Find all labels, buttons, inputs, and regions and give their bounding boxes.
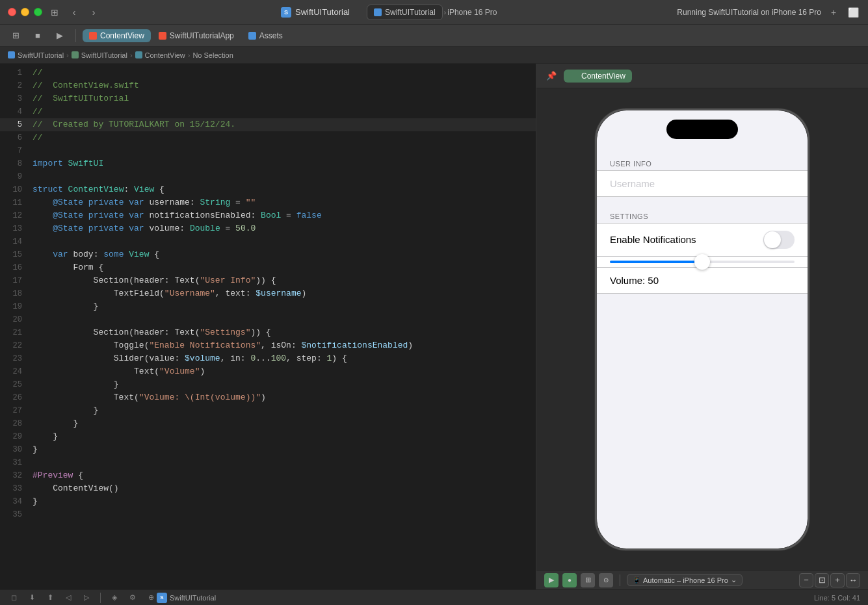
- line-number: 1: [0, 66, 30, 79]
- line-content: ContentView(): [30, 482, 119, 495]
- line-number: 25: [0, 378, 30, 391]
- line-content: }: [30, 495, 38, 508]
- slider-row: [597, 257, 808, 268]
- code-editor[interactable]: 1//2// ContentView.swift3// SwiftUITutor…: [0, 64, 536, 589]
- code-line-30: 30}: [0, 443, 536, 456]
- right-nav-icon[interactable]: ▷: [81, 592, 92, 604]
- code-line-35: 35: [0, 508, 536, 521]
- play-preview-btn[interactable]: ▶: [544, 573, 559, 587]
- code-line-26: 26 Text("Volume: \(Int(volume))"): [0, 391, 536, 404]
- grid-view-btn[interactable]: ⊞: [581, 573, 595, 587]
- zoom-fill-btn[interactable]: ↔: [846, 573, 860, 587]
- add-icon[interactable]: ⊕: [145, 592, 157, 604]
- pin-icon[interactable]: 📌: [544, 69, 559, 83]
- settings-body: Enable Notifications: [597, 223, 808, 294]
- username-input[interactable]: [610, 178, 795, 189]
- breadcrumb-file[interactable]: ContentView: [135, 51, 185, 59]
- assets-tab[interactable]: Assets: [242, 29, 289, 42]
- bc-sep-1: ›: [66, 51, 69, 59]
- notifications-toggle[interactable]: [763, 231, 795, 249]
- volume-text-row: Volume: 50: [597, 268, 808, 293]
- title-bar-right: Running SwiftUITutorial on iPhone 16 Pro…: [677, 5, 860, 19]
- warning-icon[interactable]: ◈: [109, 592, 120, 604]
- line-number: 10: [0, 183, 30, 196]
- project-icon: [8, 51, 15, 58]
- up-icon[interactable]: ⬆: [44, 592, 56, 604]
- line-content: }: [30, 300, 98, 313]
- line-content: #Preview {: [30, 469, 83, 482]
- device-selector[interactable]: 📱 Automatic – iPhone 16 Pro ⌄: [627, 574, 743, 586]
- line-content: import SwiftUI: [30, 157, 103, 170]
- maximize-button[interactable]: [34, 8, 42, 16]
- sidebar-btn[interactable]: ⊞: [7, 27, 25, 44]
- line-number: 11: [0, 196, 30, 209]
- line-content: }: [30, 443, 38, 456]
- zoom-in-btn[interactable]: +: [830, 573, 845, 587]
- contentview-tab[interactable]: ContentView: [83, 29, 151, 42]
- code-line-32: 32#Preview {: [0, 469, 536, 482]
- line-number: 35: [0, 508, 30, 521]
- preview-label[interactable]: ContentView: [564, 70, 632, 83]
- file-tab[interactable]: SwiftUITutorial: [367, 5, 443, 20]
- line-number: 18: [0, 287, 30, 300]
- code-line-14: 14: [0, 235, 536, 248]
- line-number: 22: [0, 339, 30, 352]
- code-line-24: 24 Text("Volume"): [0, 365, 536, 378]
- live-preview-btn[interactable]: ●: [562, 573, 577, 587]
- code-line-18: 18 TextField("Username", text: $username…: [0, 287, 536, 300]
- username-row[interactable]: [597, 171, 808, 196]
- left-nav-icon[interactable]: ◁: [62, 592, 74, 604]
- swiftuiapp-tab[interactable]: SwiftUITutorialApp: [152, 29, 241, 42]
- code-line-15: 15 var body: some View {: [0, 248, 536, 261]
- breakpoint-icon[interactable]: ◻: [8, 592, 20, 604]
- breadcrumb-project[interactable]: SwiftUITutorial: [8, 51, 64, 59]
- breadcrumb-sep-1: ›: [444, 8, 447, 16]
- settings-icon[interactable]: ⚙: [127, 592, 138, 604]
- code-line-4: 4//: [0, 105, 536, 118]
- line-number: 29: [0, 430, 30, 443]
- code-line-31: 31: [0, 456, 536, 469]
- app-icon: S: [157, 593, 167, 603]
- line-content: @State private var volume: Double = 50.0: [30, 222, 256, 235]
- line-content: Text("Volume"): [30, 365, 205, 378]
- slider-container: [610, 261, 795, 263]
- zoom-fit-btn[interactable]: ⊡: [815, 573, 829, 587]
- line-content: struct ContentView: View {: [30, 183, 164, 196]
- line-number: 34: [0, 495, 30, 508]
- breadcrumb-folder[interactable]: SwiftUITutorial: [72, 51, 127, 59]
- code-line-33: 33 ContentView(): [0, 482, 536, 495]
- assets-icon: [248, 32, 256, 40]
- code-line-3: 3// SwiftUITutorial: [0, 92, 536, 105]
- title-bar: ⊞ ‹ › S SwiftUITutorial SwiftUITutorial …: [0, 0, 868, 25]
- nav-forward-icon[interactable]: ›: [86, 5, 101, 19]
- code-line-25: 25 }: [0, 378, 536, 391]
- nav-back-icon[interactable]: ‹: [67, 5, 81, 19]
- split-view-icon[interactable]: ⬜: [846, 5, 860, 19]
- code-line-9: 9: [0, 170, 536, 183]
- code-line-6: 6//: [0, 131, 536, 144]
- slider-fill: [610, 261, 702, 263]
- app-name-status: SwiftUITutorial: [170, 594, 216, 602]
- code-content[interactable]: 1//2// ContentView.swift3// SwiftUITutor…: [0, 64, 536, 589]
- preview-swift-icon: [570, 72, 578, 80]
- add-button[interactable]: +: [826, 5, 841, 19]
- line-content: Section(header: Text("Settings")) {: [30, 326, 271, 339]
- zoom-out-btn[interactable]: −: [799, 573, 813, 587]
- code-line-12: 12 @State private var notificationsEnabl…: [0, 209, 536, 222]
- minimize-button[interactable]: [21, 8, 29, 16]
- close-button[interactable]: [8, 8, 16, 16]
- slider-track[interactable]: [610, 261, 795, 263]
- run-btn[interactable]: ▶: [51, 27, 69, 44]
- inspector-btn[interactable]: ⊙: [599, 573, 613, 587]
- line-content: // SwiftUITutorial: [30, 92, 129, 105]
- stop-btn[interactable]: ■: [29, 27, 47, 44]
- slider-thumb[interactable]: [694, 254, 710, 270]
- sidebar-toggle-icon[interactable]: ⊞: [47, 5, 62, 19]
- status-left: ◻ ⬇ ⬆ ◁ ▷ ◈ ⚙ ⊕: [8, 592, 157, 604]
- line-content: TextField("Username", text: $username): [30, 287, 306, 300]
- line-content: var body: some View {: [30, 248, 159, 261]
- separator2: [620, 574, 620, 586]
- device-selector-icon: 📱: [633, 576, 640, 584]
- preview-content: USER INFO SETTINGS: [536, 88, 868, 570]
- down-icon[interactable]: ⬇: [26, 592, 38, 604]
